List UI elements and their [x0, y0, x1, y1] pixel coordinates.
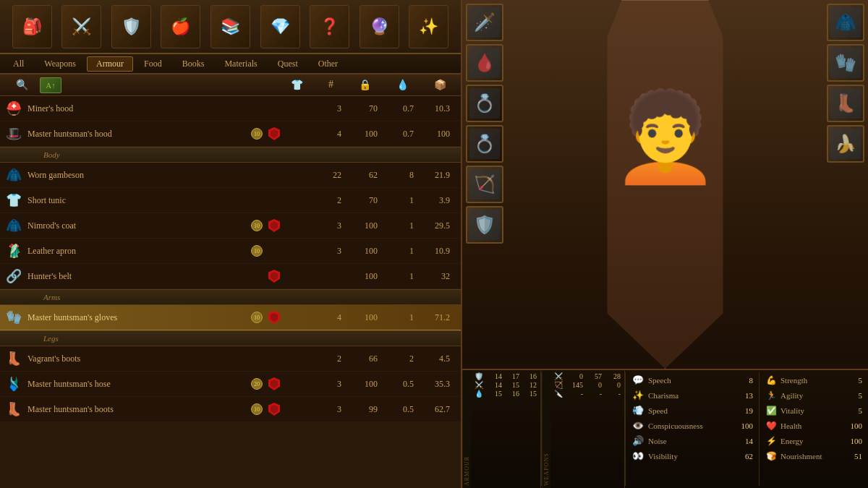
agility-icon: 🏃: [765, 390, 777, 401]
armour-val-2: 15: [505, 381, 519, 389]
item-stat-4: 32: [420, 271, 450, 282]
category-icons-bar: 🎒 ⚔️ 🛡️ 🍎 📚 💎 ❓ 🔮 ✨: [0, 0, 461, 54]
item-row[interactable]: 👕 Short tunic 2 70 1 3.9: [0, 188, 461, 213]
equip-slot-weapon1[interactable]: 🗡️: [466, 4, 503, 41]
tab-food[interactable]: Food: [135, 56, 171, 72]
category-icon-other[interactable]: 🔮: [359, 5, 399, 48]
tab-quest[interactable]: Quest: [268, 56, 307, 72]
item-row[interactable]: 👢 Master huntsman's boots 10 3 99 0.5 62…: [0, 397, 461, 422]
tab-weapons[interactable]: Weapons: [35, 56, 85, 72]
tab-other[interactable]: Other: [309, 56, 347, 72]
weapons-label: Weapons: [542, 370, 550, 488]
category-icon-all[interactable]: 🎒: [12, 5, 52, 48]
category-icon-extra[interactable]: ✨: [409, 5, 448, 48]
item-level-badge: 10: [251, 312, 263, 323]
item-row[interactable]: 🩱 Master huntsman's hose 20 3 100 0.5 35…: [0, 372, 461, 397]
col-icon-lock: 🔒: [359, 79, 371, 91]
weapon-val-1: -: [567, 390, 583, 398]
equip-slot-item1[interactable]: 🩸: [466, 44, 503, 82]
armour-val-3: 15: [522, 390, 537, 398]
equip-slot-boots[interactable]: 👢: [827, 85, 864, 122]
equip-slot-body[interactable]: 🧥: [827, 4, 864, 41]
item-stat-4: 10.9: [420, 246, 450, 257]
item-marker-empty: [266, 244, 282, 257]
item-marker: [266, 311, 282, 324]
filter-icon[interactable]: 🔍: [4, 79, 40, 91]
tab-materials[interactable]: Materials: [215, 56, 266, 72]
item-stat-1: 4: [311, 129, 341, 140]
category-icon-quest[interactable]: ❓: [310, 5, 349, 48]
item-row[interactable]: 🎩 Master huntsman's hood 10 4 100 0.7 10…: [0, 121, 461, 147]
equip-slot-shield[interactable]: 🛡️: [466, 206, 503, 244]
stat-value: 5: [841, 406, 862, 415]
item-row-selected[interactable]: 🧤 Master huntsman's gloves 10 4 100 1 71…: [0, 305, 461, 330]
stat-value: 100: [841, 437, 862, 445]
item-icon: 👕: [4, 190, 24, 210]
item-stat-2: 66: [347, 354, 378, 364]
item-level-badge: 10: [251, 403, 263, 415]
equip-slot-ring2[interactable]: 💍: [466, 125, 503, 163]
item-row[interactable]: 🔗 Hunter's belt 100 1 32: [0, 264, 461, 289]
divider-label: Arms: [43, 293, 60, 301]
stat-name: Strength: [780, 376, 837, 385]
equip-slot-gloves[interactable]: 🧤: [827, 44, 864, 82]
item-row[interactable]: 🧥 Worn gambeson 22 62 8 21.9: [0, 163, 461, 188]
stat-visibility: 👀 Visibility 62: [631, 450, 753, 463]
stat-noise: 🔊 Noise 14: [631, 435, 753, 448]
item-stat-4: 100: [420, 129, 450, 140]
category-icon-food[interactable]: 🍎: [161, 5, 200, 48]
item-marker-empty: [266, 102, 282, 115]
item-name: Vagrant's boots: [27, 354, 266, 364]
item-row[interactable]: 👢 Vagrant's boots 2 66 2 4.5: [0, 346, 461, 372]
item-stats: 4 100 1 71.2: [311, 312, 457, 323]
energy-icon: ⚡: [765, 435, 777, 447]
item-stat-2: 70: [347, 103, 378, 114]
item-name: Leather apron: [27, 246, 251, 257]
equip-slot-ring1[interactable]: 💍: [466, 85, 503, 122]
category-icon-books[interactable]: 📚: [210, 5, 250, 48]
col-icon-drop: 💧: [396, 79, 409, 91]
weapon-val-2: -: [586, 390, 602, 398]
equip-slot-weapon2[interactable]: 🏹: [466, 166, 503, 203]
armour-val-2: 16: [505, 390, 519, 398]
category-icon-armour[interactable]: 🛡️: [111, 5, 151, 48]
item-level-badge: 10: [251, 128, 263, 140]
red-shield-icon: [268, 403, 280, 416]
item-name: Master huntsman's gloves: [27, 312, 251, 323]
sort-icon[interactable]: A↑: [40, 77, 61, 93]
item-stat-3: 1: [383, 221, 414, 231]
item-stat-1: 3: [311, 103, 341, 114]
item-stat-2: 100: [347, 221, 378, 231]
item-stat-1: 2: [311, 354, 341, 364]
category-divider-arms: Arms: [0, 289, 461, 305]
noise-icon: 🔊: [631, 435, 644, 448]
weapon-val-3: 28: [605, 372, 621, 380]
item-stat-1: 4: [311, 312, 341, 323]
item-icon: 🧥: [4, 215, 24, 236]
tab-all[interactable]: All: [4, 56, 33, 72]
character-figure: 🧑‍🦱: [608, 7, 723, 267]
equip-slot-food[interactable]: 🍌: [827, 125, 864, 163]
armour-row-icon: 💧: [475, 390, 485, 398]
item-stat-4: 29.5: [420, 221, 450, 231]
item-row[interactable]: 🥻 Leather apron 10 3 100 1 10.9: [0, 239, 461, 264]
item-stat-3: 0.7: [383, 103, 414, 114]
tab-armour[interactable]: Armour: [87, 56, 133, 72]
stats-right: 💪 Strength 5 🏃 Agility 5 ✅ Vitality 5 ❤️…: [760, 370, 868, 488]
item-row[interactable]: ⛑️ Miner's hood 3 70 0.7 10.3: [0, 96, 461, 121]
speech-icon: 💬: [631, 374, 644, 387]
item-stat-1: 3: [311, 404, 341, 415]
category-icon-materials[interactable]: 💎: [260, 5, 300, 48]
item-stats: 3 100 0.5 35.3: [311, 379, 457, 390]
stat-name: Conspicuousness: [648, 421, 724, 430]
item-stat-3: 1: [383, 246, 414, 257]
stat-name: Noise: [648, 437, 724, 445]
category-icon-weapons[interactable]: ⚔️: [61, 5, 101, 48]
category-tabs: All Weapons Armour Food Books Materials …: [0, 54, 461, 74]
item-level-badge: 20: [251, 378, 263, 390]
weapon-val-3: -: [605, 390, 621, 398]
item-row[interactable]: 🧥 Nimrod's coat 10 3 100 1 29.5: [0, 213, 461, 239]
stat-nourishment: 🍞 Nourishment 51: [765, 450, 862, 463]
item-stat-1: 3: [311, 221, 341, 231]
tab-books[interactable]: Books: [173, 56, 214, 72]
